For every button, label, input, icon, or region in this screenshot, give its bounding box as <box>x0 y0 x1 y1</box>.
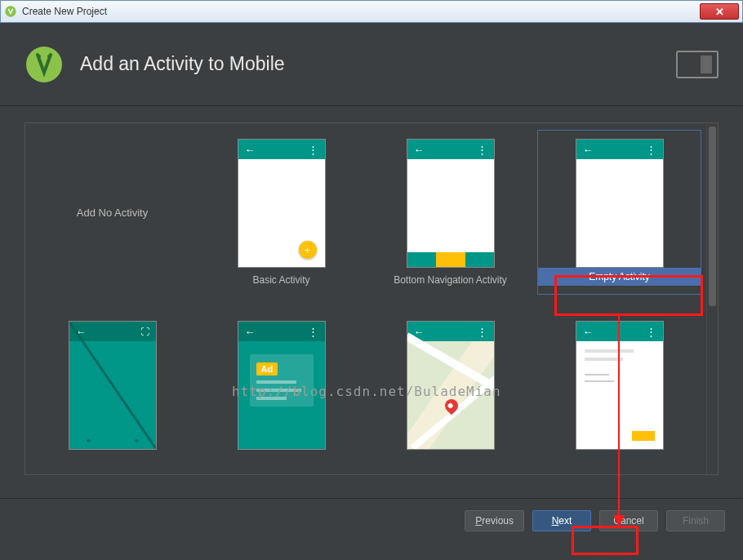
tile-thumb: ← ⋮ <box>407 321 495 450</box>
tile-thumb: ← ⋮ <box>576 321 664 450</box>
next-button[interactable]: Next <box>532 510 591 531</box>
scrollbar-thumb[interactable] <box>709 127 716 306</box>
back-arrow-icon: ← <box>245 326 256 338</box>
previous-button[interactable]: Previous <box>465 510 524 531</box>
more-icon: ⋮ <box>646 144 656 156</box>
tile-maps-activity[interactable]: ← ⋮ <box>368 303 532 468</box>
map-preview-icon <box>407 341 494 449</box>
tile-detail-activity[interactable]: ← ⋮ <box>537 303 701 468</box>
tile-fullscreen-activity[interactable]: ← ⛶ <box>30 303 194 468</box>
tile-basic-activity[interactable]: ← ⋮ + Basic Activity <box>199 130 363 295</box>
back-arrow-icon: ← <box>583 144 594 156</box>
tile-label: Bottom Navigation Activity <box>394 274 507 286</box>
template-gallery: Add No Activity ← ⋮ + Basic Activity ← ⋮ <box>25 123 706 474</box>
fullscreen-icon: ⛶ <box>140 327 149 336</box>
tile-thumb: ← ⋮ <box>576 139 664 268</box>
wizard-header: Add an Activity to Mobile <box>0 23 743 106</box>
tile-admob-activity[interactable]: ← ⋮ Ad <box>199 303 363 468</box>
more-icon: ⋮ <box>477 144 487 156</box>
svg-point-7 <box>87 439 90 442</box>
back-arrow-icon: ← <box>414 144 425 156</box>
tile-thumb: ← ⛶ <box>69 321 157 450</box>
back-arrow-icon: ← <box>245 144 256 156</box>
tile-thumb: ← ⋮ Ad <box>238 321 326 450</box>
more-icon: ⋮ <box>308 144 318 156</box>
fab-icon: + <box>299 241 317 259</box>
svg-point-3 <box>47 55 51 58</box>
tile-label: Add No Activity <box>77 207 148 219</box>
svg-point-0 <box>5 6 16 16</box>
more-icon: ⋮ <box>477 326 487 338</box>
svg-point-2 <box>38 55 41 58</box>
ad-card-icon: Ad <box>250 354 314 407</box>
gallery-container: Add No Activity ← ⋮ + Basic Activity ← ⋮ <box>24 122 719 475</box>
cancel-button[interactable]: Cancel <box>599 510 658 531</box>
tile-bottom-navigation-activity[interactable]: ← ⋮ Bottom Navigation Activity <box>368 130 532 295</box>
svg-rect-5 <box>701 56 712 73</box>
device-icon <box>676 51 719 78</box>
gallery-scrollbar[interactable] <box>706 123 718 474</box>
wizard-footer: Previous Next Cancel Finish <box>0 498 743 542</box>
ad-badge: Ad <box>256 362 278 376</box>
detail-lines-icon <box>585 349 655 387</box>
tile-thumb: ← ⋮ + <box>238 139 326 268</box>
titlebar: Create New Project ✕ <box>0 0 743 23</box>
tile-empty-activity[interactable]: ← ⋮ Empty Activity <box>537 130 701 295</box>
back-arrow-icon: ← <box>583 326 594 338</box>
app-icon <box>4 5 17 18</box>
tile-thumb: ← ⋮ <box>407 139 495 268</box>
bottom-nav-icon <box>407 252 494 267</box>
svg-point-8 <box>135 439 138 442</box>
content-area: Add No Activity ← ⋮ + Basic Activity ← ⋮ <box>0 106 743 498</box>
finish-button: Finish <box>666 510 725 531</box>
detail-button-icon <box>632 431 655 441</box>
back-arrow-icon: ← <box>76 326 87 338</box>
tile-label: Basic Activity <box>252 274 309 286</box>
page-title: Add an Activity to Mobile <box>80 53 285 75</box>
more-icon: ⋮ <box>308 326 318 338</box>
android-studio-logo <box>24 45 64 84</box>
close-icon: ✕ <box>715 6 724 18</box>
more-icon: ⋮ <box>646 326 656 338</box>
window-close-button[interactable]: ✕ <box>700 3 739 20</box>
tile-label: Empty Activity <box>538 268 701 286</box>
tile-add-no-activity[interactable]: Add No Activity <box>30 130 194 295</box>
window-title: Create New Project <box>22 6 107 17</box>
